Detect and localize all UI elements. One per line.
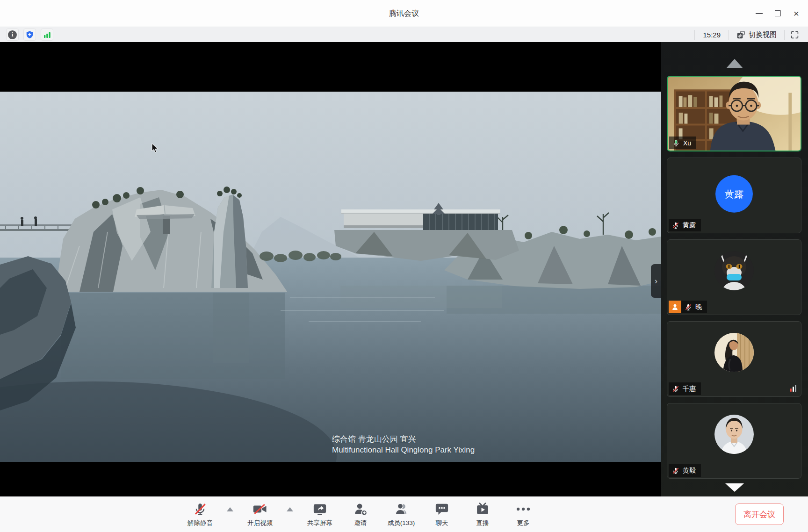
participant-name: 千惠 [683, 385, 696, 393]
maximize-button[interactable] [771, 7, 785, 21]
invite-button[interactable]: 邀请 [346, 502, 375, 527]
more-button[interactable]: 更多 [509, 502, 537, 527]
mic-muted-icon [672, 222, 679, 229]
more-label: 更多 [517, 519, 530, 527]
bottom-toolbar: 解除静音 开启视频 [0, 496, 808, 532]
live-button[interactable]: 直播 [469, 502, 497, 527]
mic-muted-icon [672, 385, 679, 393]
participant-avatar-initials: 黄露 [715, 175, 753, 213]
waiting-person-badge [669, 301, 681, 313]
live-label: 直播 [476, 519, 489, 527]
participant-avatar-photo [714, 251, 754, 290]
leave-meeting-button[interactable]: 离开会议 [735, 503, 784, 525]
chat-label: 聊天 [436, 519, 448, 527]
switch-view-label: 切换视图 [749, 30, 777, 39]
info-icon: i [8, 30, 17, 39]
app-window: 腾讯会议 × i [0, 0, 808, 532]
more-dots-icon [515, 502, 531, 516]
chat-button[interactable]: 聊天 [428, 502, 456, 527]
scroll-down-arrow[interactable] [725, 483, 744, 492]
mic-muted-icon [193, 502, 207, 516]
weak-signal-icon [790, 385, 796, 392]
fullscreen-icon [790, 30, 799, 39]
members-button[interactable]: 成员(133) [387, 502, 415, 527]
window-controls: × [752, 0, 803, 27]
minimize-icon [756, 13, 763, 14]
network-status-button[interactable] [41, 29, 53, 41]
unmute-label: 解除静音 [188, 519, 213, 527]
close-icon: × [794, 8, 799, 18]
mic-options-caret[interactable] [227, 507, 233, 511]
maximize-icon [775, 10, 781, 16]
participant-tile-qianhui[interactable]: 千惠 [667, 321, 801, 397]
titlebar: 腾讯会议 × [0, 0, 808, 27]
camera-off-icon [252, 502, 267, 516]
meeting-info-button[interactable]: i [6, 29, 19, 41]
live-tv-icon [476, 502, 490, 516]
share-screen-label: 共享屏幕 [307, 519, 332, 527]
shield-plus-icon [25, 30, 34, 39]
participant-name: 晚 [695, 303, 702, 311]
meeting-stage: 综合馆 青龙山公园 宜兴 Multifunctional Hall Qinglo… [0, 42, 808, 496]
close-button[interactable]: × [789, 7, 803, 21]
video-subtitle-zh: 综合馆 青龙山公园 宜兴 [332, 434, 475, 445]
camera-options-caret[interactable] [287, 507, 293, 511]
top-toolbar: i 15:29 [0, 27, 808, 42]
mic-muted-icon [685, 303, 692, 311]
participant-avatar-photo [714, 333, 754, 372]
main-video-area: 综合馆 青龙山公园 宜兴 Multifunctional Hall Qinglo… [0, 42, 661, 496]
participant-tile-xu[interactable]: Xu [667, 76, 801, 151]
invite-person-icon [354, 502, 368, 516]
network-signal-icon [43, 30, 51, 39]
switch-view-button[interactable]: 切换视图 [729, 27, 784, 43]
chat-icon [435, 502, 449, 516]
participant-name: 黄露 [683, 221, 696, 230]
start-video-button[interactable]: 开启视频 [246, 502, 274, 527]
minimize-button[interactable] [752, 7, 766, 21]
toolbar-buttons: 解除静音 开启视频 [186, 496, 537, 532]
switch-view-icon [736, 30, 745, 39]
participant-name: Xu [683, 139, 691, 147]
members-icon [394, 502, 408, 516]
participant-tile-huangyi[interactable]: 黄毅 [667, 403, 801, 479]
share-screen-button[interactable]: 共享屏幕 [306, 502, 334, 527]
unmute-button[interactable]: 解除静音 [186, 502, 214, 527]
meeting-status-icons: i [6, 29, 53, 41]
video-subtitle-en: Multifunctional Hall Qinglong Park Yixin… [332, 445, 475, 455]
mouse-cursor [152, 143, 159, 153]
video-subtitle: 综合馆 青龙山公园 宜兴 Multifunctional Hall Qinglo… [332, 434, 475, 455]
participant-tile-huanglu[interactable]: 黄露 黄露 [667, 158, 801, 233]
sidebar-collapse-tab[interactable]: › [651, 264, 661, 298]
top-toolbar-right: 15:29 切换视图 [694, 27, 804, 43]
meeting-clock: 15:29 [695, 31, 729, 39]
security-button[interactable] [23, 29, 36, 41]
mic-muted-icon [672, 467, 679, 474]
fullscreen-button[interactable] [785, 27, 804, 43]
shared-video-frame [0, 92, 661, 462]
mic-on-icon [672, 139, 680, 147]
members-label: 成员(133) [388, 519, 415, 527]
participant-tile-wan[interactable]: 晚 [667, 239, 801, 315]
scroll-up-arrow[interactable] [726, 59, 743, 68]
invite-label: 邀请 [354, 519, 367, 527]
share-screen-icon [313, 502, 327, 516]
window-title: 腾讯会议 [0, 0, 808, 27]
participant-avatar-photo [714, 415, 754, 454]
participants-sidebar: Xu 黄露 黄露 [661, 42, 808, 496]
participant-name: 黄毅 [683, 467, 696, 475]
start-video-label: 开启视频 [247, 519, 273, 527]
